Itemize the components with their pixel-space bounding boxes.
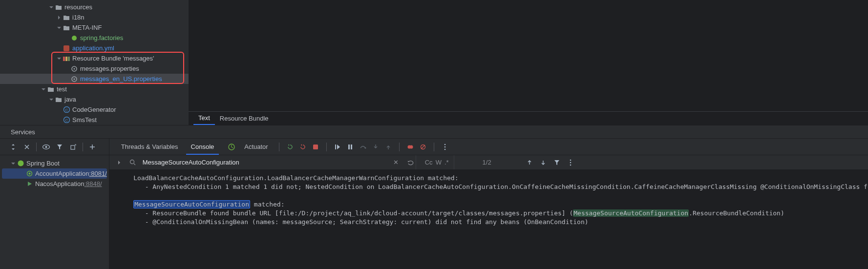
tab-resource-bundle[interactable]: Resource Bundle: [215, 112, 274, 125]
service-nacos-application[interactable]: NacosApplication :8848/: [0, 179, 109, 189]
view-breakpoints-icon[interactable]: [405, 142, 415, 152]
tree-label: SmsTest: [72, 116, 97, 124]
pause-icon[interactable]: [345, 142, 355, 152]
spring-icon: [70, 34, 78, 42]
gear-icon: [70, 65, 78, 73]
tree-item-spring-factories[interactable]: spring.factories: [0, 33, 189, 43]
prev-match-icon[interactable]: [525, 158, 534, 167]
svg-point-8: [74, 78, 75, 80]
svg-point-6: [74, 68, 75, 69]
search-options: Cc W .*: [420, 155, 454, 169]
editor-area: Text Resource Bundle: [189, 0, 868, 125]
chevron-down-icon: [48, 4, 55, 11]
chevron-down-icon: [40, 86, 47, 93]
services-tree[interactable]: Spring Boot AccountApplication :8081/ Na…: [0, 155, 109, 189]
service-port[interactable]: :8081/: [89, 170, 107, 177]
more-icon[interactable]: [440, 142, 450, 152]
tree-item-codegenerator[interactable]: C CodeGenerator: [0, 104, 189, 115]
svg-rect-3: [65, 57, 67, 61]
separator: [399, 143, 400, 151]
folder-icon: [47, 85, 55, 93]
match-case-toggle[interactable]: Cc: [425, 159, 433, 166]
services-panel-header[interactable]: Services: [0, 125, 868, 139]
tab-actuator[interactable]: Actuator: [239, 139, 273, 155]
step-into-icon[interactable]: [371, 142, 381, 152]
add-icon[interactable]: [88, 143, 97, 151]
service-account-application[interactable]: AccountApplication :8081/: [2, 168, 107, 179]
expand-collapse-icon[interactable]: [9, 143, 18, 151]
tree-item-messages-en-us[interactable]: messages_en_US.properties: [0, 74, 189, 84]
separator: [279, 143, 279, 151]
step-out-icon[interactable]: [383, 142, 393, 152]
filter-icon[interactable]: [55, 143, 64, 151]
bundle-icon: [63, 55, 70, 62]
service-label: AccountApplication: [35, 170, 89, 177]
svg-point-16: [18, 161, 23, 166]
svg-rect-22: [348, 145, 350, 149]
tree-item-resources[interactable]: resources: [0, 2, 189, 12]
tab-console[interactable]: Console: [186, 139, 219, 155]
new-window-icon[interactable]: [69, 143, 78, 151]
clear-icon[interactable]: ✕: [391, 158, 401, 167]
regex-toggle[interactable]: .*: [445, 159, 449, 166]
tree-item-smstest[interactable]: C SmsTest: [0, 115, 189, 125]
svg-rect-20: [313, 145, 318, 149]
svg-rect-2: [63, 57, 65, 61]
svg-point-31: [130, 160, 134, 164]
svg-rect-23: [351, 145, 352, 149]
svg-point-29: [444, 146, 445, 147]
rerun-icon[interactable]: [298, 142, 308, 152]
stop-icon[interactable]: [311, 142, 320, 152]
separator: [434, 143, 434, 151]
close-icon[interactable]: [22, 143, 31, 151]
service-port[interactable]: :8848/: [84, 180, 102, 187]
tree-item-i18n[interactable]: i18n: [0, 12, 189, 22]
folder-icon: [63, 14, 70, 21]
service-spring-boot[interactable]: Spring Boot: [0, 158, 109, 168]
folder-icon: [55, 96, 63, 103]
svg-rect-21: [335, 145, 336, 149]
tree-item-metainf[interactable]: META-INF: [0, 22, 189, 33]
collapse-icon[interactable]: [114, 158, 124, 167]
resume-icon[interactable]: [333, 142, 342, 152]
tree-item-java[interactable]: java: [0, 94, 189, 104]
tree-item-messages-properties[interactable]: messages.properties: [0, 63, 189, 74]
next-match-icon[interactable]: [538, 158, 548, 167]
svg-point-14: [45, 146, 47, 148]
filter-icon[interactable]: [552, 158, 562, 167]
whole-word-toggle[interactable]: W: [436, 159, 442, 166]
services-sidebar: Spring Boot AccountApplication :8081/ Na…: [0, 139, 109, 269]
tree-label: META-INF: [72, 24, 102, 31]
svg-point-0: [72, 36, 77, 41]
project-tree[interactable]: resources i18n META-INF spring.factories…: [0, 0, 189, 125]
chevron-down-icon: [56, 24, 63, 31]
restart-icon[interactable]: [285, 142, 295, 152]
search-input[interactable]: [143, 159, 386, 166]
svg-point-18: [28, 173, 30, 175]
tab-text[interactable]: Text: [193, 112, 215, 125]
tree-item-test[interactable]: test: [0, 84, 189, 94]
svg-point-33: [570, 162, 571, 163]
editor-content[interactable]: [189, 0, 868, 111]
tree-label: application.yml: [72, 44, 114, 52]
chevron-down-icon: [48, 96, 55, 103]
tab-threads-variables[interactable]: Threads & Variables: [116, 139, 183, 155]
class-icon: C: [63, 106, 70, 114]
console-output[interactable]: LoadBalancerCacheAutoConfiguration.LoadB…: [109, 170, 868, 269]
svg-text:C: C: [65, 108, 68, 112]
separator: [36, 143, 37, 151]
tree-item-resource-bundle[interactable]: Resource Bundle 'messages': [0, 53, 189, 63]
chevron-down-icon: [56, 55, 63, 62]
actuator-icon: [227, 142, 236, 152]
tree-label: i18n: [72, 14, 85, 21]
mute-breakpoints-icon[interactable]: [418, 142, 428, 152]
history-icon[interactable]: [406, 158, 416, 167]
svg-rect-1: [64, 45, 69, 51]
services-title: Services: [11, 128, 35, 136]
chevron-down-icon: [10, 160, 17, 167]
more-icon[interactable]: [566, 158, 575, 167]
svg-rect-15: [71, 145, 75, 149]
show-icon[interactable]: [42, 143, 50, 151]
tree-item-application-yml[interactable]: application.yml: [0, 43, 189, 53]
step-over-icon[interactable]: [358, 142, 368, 152]
